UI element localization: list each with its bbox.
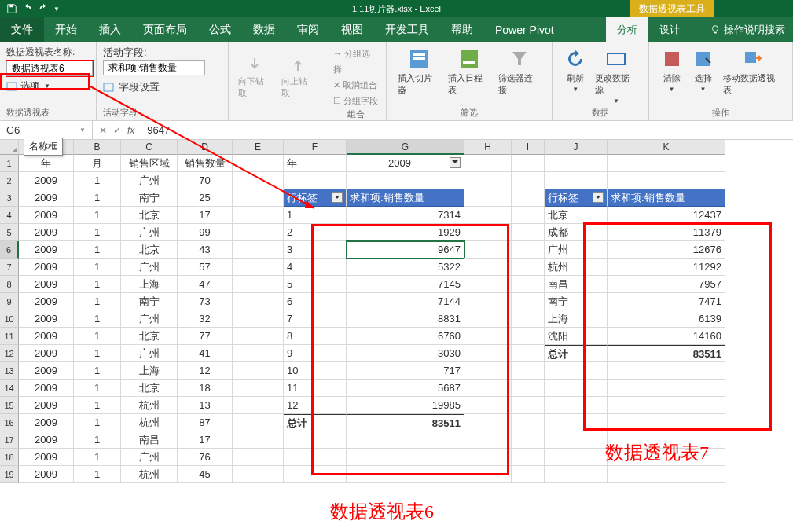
row-header-7[interactable]: 7 xyxy=(0,259,19,276)
clear-button[interactable]: 清除▼ xyxy=(657,46,687,97)
svg-rect-11 xyxy=(696,52,710,66)
filter-connections-button[interactable]: 筛选器连接 xyxy=(495,46,544,97)
row-header-10[interactable]: 10 xyxy=(0,310,19,328)
cancel-icon: ✕ xyxy=(99,125,107,136)
save-icon[interactable] xyxy=(6,3,17,14)
pivot-name-label: 数据透视表名称: xyxy=(6,46,93,59)
move-pivot-button[interactable]: 移动数据透视表 xyxy=(720,46,784,97)
row-header-19[interactable]: 19 xyxy=(0,466,19,483)
tab-dev[interactable]: 开发工具 xyxy=(374,17,440,42)
name-box[interactable]: G6▼ xyxy=(0,121,93,139)
tab-home[interactable]: 开始 xyxy=(44,17,88,42)
filter-dropdown-icon[interactable] xyxy=(450,157,461,168)
col-header-F[interactable]: F xyxy=(284,140,347,155)
col-header-K[interactable]: K xyxy=(608,140,725,155)
tab-analyze[interactable]: 分析 xyxy=(606,17,648,42)
ungroup: ✕ 取消组合 xyxy=(333,77,378,93)
row-header-18[interactable]: 18 xyxy=(0,449,19,466)
anno-pvt6: 数据透视表6 xyxy=(330,499,434,524)
enter-icon: ✓ xyxy=(113,125,121,136)
svg-rect-0 xyxy=(9,5,13,8)
redo-icon[interactable] xyxy=(38,3,49,14)
col-header-G[interactable]: G xyxy=(347,140,464,155)
select-button[interactable]: 选择▼ xyxy=(688,46,718,97)
active-field-input[interactable] xyxy=(103,60,205,75)
svg-rect-6 xyxy=(413,57,425,60)
row-header-5[interactable]: 5 xyxy=(0,224,19,241)
svg-rect-2 xyxy=(7,83,17,90)
svg-rect-9 xyxy=(608,53,625,64)
group-select: → 分组选择 xyxy=(333,46,378,77)
col-header-C[interactable]: C xyxy=(121,140,178,155)
tooltip-namebox: 名称框 xyxy=(24,138,63,156)
pivot-name-input[interactable] xyxy=(6,61,93,76)
fx-icon[interactable]: fx xyxy=(127,125,134,136)
row-header-13[interactable]: 13 xyxy=(0,362,19,380)
row-header-11[interactable]: 11 xyxy=(0,328,19,345)
col-header-H[interactable]: H xyxy=(464,140,512,155)
col-header-J[interactable]: J xyxy=(545,140,608,155)
svg-rect-8 xyxy=(463,61,475,64)
svg-rect-7 xyxy=(461,50,478,68)
undo-icon[interactable] xyxy=(22,3,33,14)
row-header-15[interactable]: 15 xyxy=(0,397,19,414)
row-header-6[interactable]: 6 xyxy=(0,241,19,259)
options-button[interactable]: 选项▼ xyxy=(6,79,93,93)
refresh-button[interactable]: 刷新▼ xyxy=(560,46,590,106)
tab-power[interactable]: Power Pivot xyxy=(484,17,565,42)
tab-insert[interactable]: 插入 xyxy=(88,17,132,42)
options-icon xyxy=(6,81,17,92)
svg-point-1 xyxy=(713,26,718,31)
lightbulb-icon xyxy=(710,24,721,35)
tab-formulas[interactable]: 公式 xyxy=(198,17,242,42)
row-header-4[interactable]: 4 xyxy=(0,207,19,224)
row-header-2[interactable]: 2 xyxy=(0,172,19,189)
row-header-16[interactable]: 16 xyxy=(0,414,19,431)
group-field: ☐ 分组字段 xyxy=(333,93,378,108)
cell[interactable]: 年 xyxy=(19,155,74,172)
row-header-14[interactable]: 14 xyxy=(0,380,19,397)
tab-layout[interactable]: 页面布局 xyxy=(132,17,198,42)
insert-timeline-button[interactable]: 插入日程表 xyxy=(445,46,494,97)
active-field-label: 活动字段: xyxy=(103,46,205,60)
change-source-button[interactable]: 更改数据源▼ xyxy=(592,46,640,106)
row-header-17[interactable]: 17 xyxy=(0,431,19,449)
tab-help[interactable]: 帮助 xyxy=(440,17,484,42)
row-header-3[interactable]: 3 xyxy=(0,189,19,207)
row-header-8[interactable]: 8 xyxy=(0,276,19,293)
svg-rect-3 xyxy=(104,83,113,91)
tab-view[interactable]: 视图 xyxy=(330,17,374,42)
select-all[interactable] xyxy=(0,140,19,155)
insert-slicer-button[interactable]: 插入切片器 xyxy=(395,46,443,97)
col-header-D[interactable]: D xyxy=(178,140,233,155)
tab-file[interactable]: 文件 xyxy=(0,17,44,42)
row-header-1[interactable]: 1 xyxy=(0,155,19,172)
qat-dropdown-icon[interactable]: ▼ xyxy=(53,6,60,13)
tab-review[interactable]: 审阅 xyxy=(286,17,330,42)
row-header-12[interactable]: 12 xyxy=(0,345,19,362)
col-header-B[interactable]: B xyxy=(74,140,121,155)
row-header-9[interactable]: 9 xyxy=(0,293,19,310)
col-header-E[interactable]: E xyxy=(233,140,284,155)
field-settings-icon xyxy=(103,82,114,93)
pivot-dropdown-icon[interactable] xyxy=(593,192,604,203)
tab-data[interactable]: 数据 xyxy=(242,17,286,42)
drill-down-button: 向下钻取 xyxy=(235,53,275,101)
pivot-dropdown-icon[interactable] xyxy=(332,192,343,203)
svg-rect-12 xyxy=(745,52,756,63)
tab-design[interactable]: 设计 xyxy=(648,17,691,42)
window-title: 1.11切片器.xlsx - Excel xyxy=(352,3,441,15)
tell-me-search[interactable]: 操作说明搜索 xyxy=(703,17,791,42)
field-settings-button[interactable]: 字段设置 xyxy=(103,80,205,94)
col-header-I[interactable]: I xyxy=(512,140,545,155)
svg-rect-10 xyxy=(665,52,679,66)
context-tool-tab: 数据透视表工具 xyxy=(630,0,714,17)
anno-pvt7: 数据透视表7 xyxy=(605,440,709,465)
formula-value[interactable]: 9647 xyxy=(141,124,176,136)
svg-rect-5 xyxy=(413,53,425,56)
drill-up-button: 向上钻取 xyxy=(278,53,318,101)
